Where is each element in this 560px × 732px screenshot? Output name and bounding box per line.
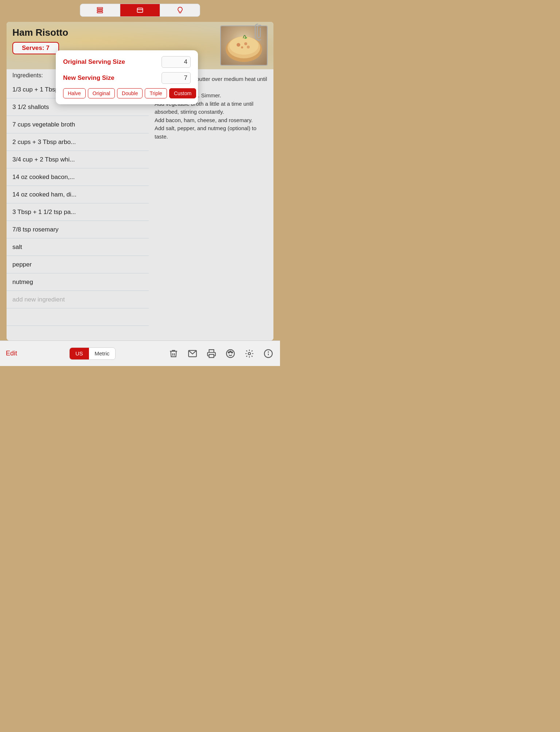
triple-button[interactable]: Triple xyxy=(145,88,167,98)
halve-button[interactable]: Halve xyxy=(63,88,86,98)
svg-rect-0 xyxy=(97,8,103,9)
mail-button[interactable] xyxy=(187,348,198,359)
top-toolbar xyxy=(80,4,200,17)
bulb-view-button[interactable] xyxy=(160,4,200,16)
bottom-toolbar: Edit US Metric xyxy=(0,340,280,366)
us-unit-button[interactable]: US xyxy=(70,348,89,359)
original-serving-row: Original Serving Size xyxy=(63,56,191,68)
recipe-image-container xyxy=(220,26,268,66)
custom-button[interactable]: Custom xyxy=(169,88,196,98)
edit-button[interactable]: Edit xyxy=(6,350,17,357)
card-view-button[interactable] xyxy=(120,4,160,16)
unit-toggle: US Metric xyxy=(69,347,116,360)
original-button[interactable]: Original xyxy=(88,88,115,98)
svg-rect-2 xyxy=(97,12,103,13)
info-button[interactable] xyxy=(262,348,274,359)
svg-point-9 xyxy=(237,43,240,47)
metric-unit-button[interactable]: Metric xyxy=(89,348,116,359)
stack-view-button[interactable] xyxy=(80,4,120,16)
serves-badge: Serves: 7 xyxy=(12,42,59,54)
svg-point-11 xyxy=(241,46,243,48)
paperclip-icon xyxy=(254,23,261,41)
trash-button[interactable] xyxy=(168,348,179,359)
serving-size-popup: Original Serving Size New Serving Size H… xyxy=(56,50,198,104)
new-serving-input[interactable] xyxy=(162,72,191,84)
print-button[interactable] xyxy=(206,348,217,359)
instructions-panel: Sauté shallots in butter over medium hea… xyxy=(149,69,273,340)
bottom-icons xyxy=(168,348,274,359)
original-serving-input[interactable] xyxy=(162,56,191,68)
svg-rect-20 xyxy=(209,354,214,358)
svg-rect-3 xyxy=(137,8,143,12)
new-serving-row: New Serving Size xyxy=(63,72,191,84)
svg-point-24 xyxy=(232,352,233,353)
svg-point-23 xyxy=(230,351,231,352)
original-serving-label: Original Serving Size xyxy=(63,58,125,66)
main-recipe-card: Ham Risotto Serves: 7 xyxy=(7,22,273,340)
svg-point-8 xyxy=(229,36,258,55)
svg-point-10 xyxy=(244,42,247,45)
double-button[interactable]: Double xyxy=(117,88,143,98)
settings-button[interactable] xyxy=(244,348,255,359)
svg-point-12 xyxy=(247,46,250,48)
palette-button[interactable] xyxy=(225,348,236,359)
svg-point-25 xyxy=(248,352,251,355)
svg-rect-1 xyxy=(97,9,103,11)
svg-point-22 xyxy=(228,352,229,353)
new-serving-label: New Serving Size xyxy=(63,74,114,82)
serving-preset-buttons: Halve Original Double Triple Custom xyxy=(63,88,191,98)
